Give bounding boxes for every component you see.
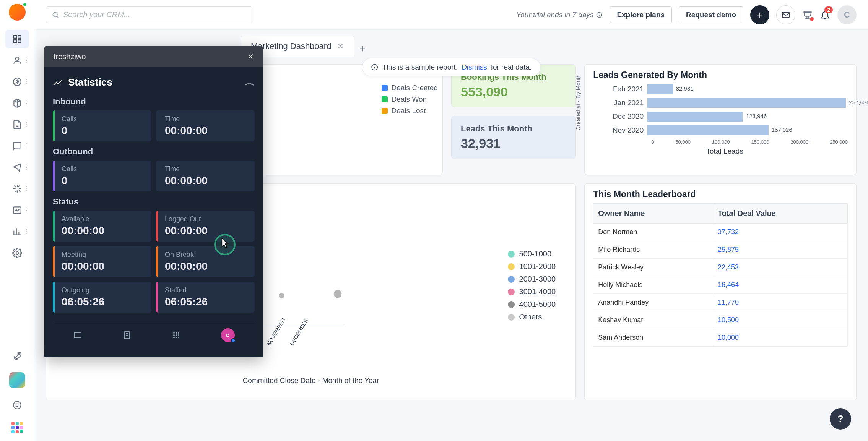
panel-header[interactable]: freshziwo ✕ — [44, 46, 263, 67]
svg-point-48 — [178, 337, 179, 338]
kpi-value: 553,090 — [461, 84, 566, 99]
svg-rect-1 — [18, 35, 21, 38]
svg-point-7 — [16, 252, 18, 255]
svg-rect-0 — [13, 35, 16, 38]
new-button[interactable]: ＋ — [750, 5, 769, 24]
x-axis-title: Total Leads — [601, 147, 848, 156]
svg-rect-3 — [18, 40, 21, 43]
footer-dialpad-icon[interactable] — [172, 331, 181, 340]
banner-tail: for real data. — [491, 63, 532, 71]
inbound-calls-box: Calls0 — [53, 110, 151, 141]
user-avatar[interactable]: C — [837, 5, 857, 24]
status-available: Available00:00:00 — [53, 211, 151, 242]
search-box[interactable] — [46, 6, 252, 23]
bubble-legend: 500-10001001-20002001-30003001-40004001-… — [508, 250, 556, 321]
banner-text: This is a sample report. — [382, 63, 458, 71]
footer-contacts-icon[interactable] — [122, 331, 132, 340]
info-icon — [596, 11, 603, 18]
nav-conversations[interactable]: ⋮ — [5, 137, 29, 155]
legend-item: Deals Won — [392, 95, 427, 104]
table-row: Milo Richards25,875 — [593, 241, 848, 259]
hbar-row: Nov 2020157,026 — [601, 125, 848, 135]
nav-documents[interactable]: ⋮ — [5, 115, 29, 134]
table-row: Anandhi Pandey11,770 — [593, 294, 848, 311]
kpi-value: 32,931 — [461, 136, 566, 151]
hbar-row: Feb 202132,931 — [601, 84, 848, 94]
explore-plans-button[interactable]: Explore plans — [610, 6, 672, 23]
svg-point-45 — [178, 334, 179, 336]
cursor-arrow-icon — [221, 238, 229, 248]
col-owner: Owner Name — [593, 204, 713, 224]
marketplace-dot — [810, 17, 814, 21]
svg-point-40 — [173, 332, 175, 334]
left-sidebar: ⋮ ⋮ ⋮ ⋮ ⋮ ⋮ ⋮ ⋮ ⋮ — [0, 0, 34, 441]
col-value: Total Deal Value — [713, 204, 847, 224]
tab-close-icon[interactable]: ✕ — [337, 42, 344, 51]
topbar: Your trial ends in 7 days Explore plans … — [34, 0, 868, 30]
sample-report-banner: This is a sample report. Dismiss for rea… — [362, 58, 541, 76]
x-axis-ticks: 050,000100,000150,000200,000250,000 — [601, 139, 848, 145]
table-row: Don Norman37,732 — [593, 224, 848, 241]
mail-icon[interactable] — [776, 5, 795, 24]
nav-products[interactable]: ⋮ — [5, 94, 29, 112]
status-staffed: Staffed06:05:26 — [156, 282, 255, 313]
statistics-header[interactable]: Statistics ︿ — [53, 76, 255, 89]
nav-deals[interactable]: ⋮ — [5, 73, 29, 91]
notifications-icon[interactable]: 2 — [820, 10, 831, 20]
section-outbound: Outbound — [53, 147, 255, 157]
footer-window-icon[interactable] — [73, 331, 82, 340]
search-input[interactable] — [63, 10, 247, 19]
brand-logo[interactable] — [9, 4, 26, 21]
legend-item: Deals Lost — [392, 107, 426, 115]
app-color-logo[interactable] — [9, 372, 25, 388]
presence-dot — [23, 2, 27, 7]
tab-add-button[interactable]: ＋ — [354, 40, 371, 57]
info-icon — [371, 63, 379, 71]
chevron-up-icon[interactable]: ︿ — [245, 76, 255, 89]
hbar-row: Dec 2020123,946 — [601, 112, 848, 122]
svg-point-44 — [176, 334, 177, 336]
nav-campaigns[interactable]: ⋮ — [5, 158, 29, 177]
search-icon — [52, 11, 59, 19]
section-status: Status — [53, 197, 255, 207]
leaderboard-card: This Month Leaderboard Owner Name Total … — [584, 183, 857, 400]
status-outgoing: Outgoing06:05:26 — [53, 282, 151, 313]
inbound-time-box: Time00:00:00 — [156, 110, 255, 141]
dismiss-link[interactable]: Dismiss — [462, 63, 487, 71]
nav-contacts[interactable]: ⋮ — [5, 51, 29, 70]
svg-rect-38 — [74, 332, 81, 338]
request-demo-button[interactable]: Request demo — [679, 6, 743, 23]
table-row: Holly Michaels16,464 — [593, 276, 848, 294]
marketplace-icon[interactable] — [802, 10, 813, 20]
nav-settings[interactable] — [5, 244, 29, 262]
nav-automation[interactable]: ⋮ — [5, 180, 29, 198]
hbar-row: Jan 2021257,630 — [601, 98, 848, 108]
kpi-leads: Leads This Month 32,931 — [451, 116, 576, 159]
card-title: This Month Leaderboard — [593, 189, 848, 199]
section-inbound: Inbound — [53, 97, 255, 107]
table-row: Keshav Kumar10,500 — [593, 311, 848, 329]
svg-point-9 — [53, 12, 57, 17]
card-title: Leads Generated By Month — [593, 70, 848, 80]
deals-legend: Deals Created Deals Won Deals Lost — [382, 84, 438, 115]
leaderboard-table: Owner Name Total Deal Value Don Norman37… — [593, 203, 848, 347]
svg-rect-2 — [13, 40, 16, 43]
outbound-calls-box: Calls0 — [53, 161, 151, 191]
status-meeting: Meeting00:00:00 — [53, 246, 151, 277]
help-button[interactable]: ? — [830, 408, 851, 430]
nav-reports[interactable]: ⋮ — [5, 222, 29, 241]
app-switcher-icon[interactable] — [11, 422, 23, 433]
panel-title: Statistics — [68, 76, 112, 88]
nav-dashboard[interactable] — [5, 30, 29, 48]
freshziwo-panel[interactable]: freshziwo ✕ Statistics ︿ Inbound Calls0 … — [44, 46, 263, 357]
nav-activities[interactable]: ⋮ — [5, 201, 29, 219]
notification-badge: 2 — [824, 6, 833, 13]
y-axis-label: Created at - By Month — [575, 75, 581, 131]
svg-point-43 — [173, 334, 175, 336]
nav-chat-bubble[interactable] — [5, 396, 29, 414]
panel-close-icon[interactable]: ✕ — [247, 52, 254, 61]
legend-item: Deals Created — [392, 84, 438, 92]
panel-footer: c — [53, 321, 255, 349]
footer-avatar[interactable]: c — [221, 328, 235, 342]
nav-rocket[interactable] — [5, 346, 29, 365]
